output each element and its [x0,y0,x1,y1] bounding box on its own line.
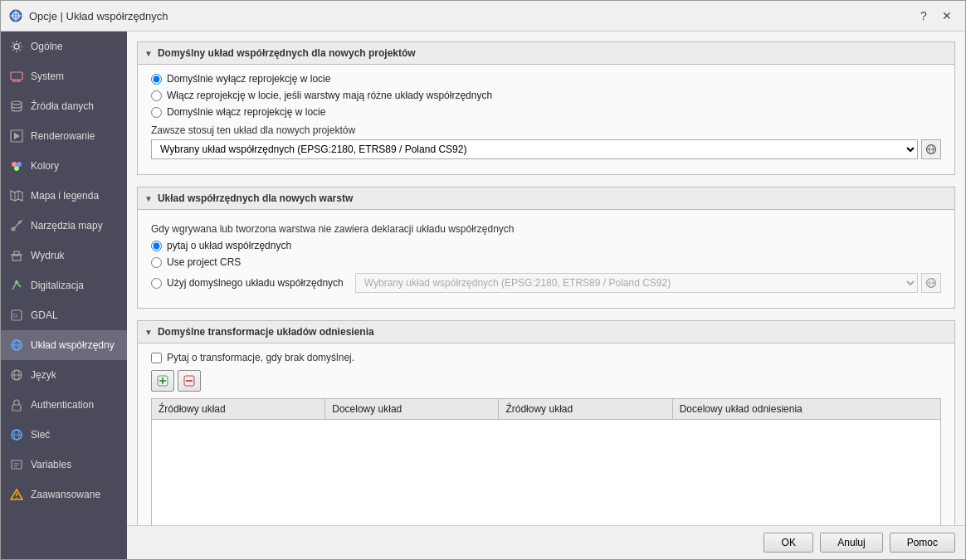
radio-enable-if-different[interactable]: Włącz reprojekcję w locie, jeśli warstwy… [151,90,941,101]
svg-marker-15 [11,191,22,201]
radio-enable-if-different-label: Włącz reprojekcję w locie, jeśli warstwy… [167,90,492,101]
radio-ask-crs[interactable]: pytaj o układ współrzędnych [151,240,941,251]
svg-point-40 [16,497,17,499]
app-icon [9,9,22,22]
section1-crs-select[interactable]: Wybrany układ współrzędnych (EPSG:2180, … [151,139,918,159]
th-target-reference: Docelowy układ odniesienia [672,399,940,420]
help-button[interactable]: Pomoc [890,533,955,553]
sidebar-item-jezyk[interactable]: Język [1,360,127,390]
sidebar-item-mapa[interactable]: Mapa i legenda [1,181,127,211]
warning-icon [9,487,24,502]
section-new-layers-crs: ▼ Układ współrzędnych dla nowych warstw … [137,187,955,309]
print-icon [9,248,24,263]
sidebar-wydruk-label: Wydruk [31,250,65,261]
title-controls: ? ✕ [914,6,957,26]
th-target-crs: Docelowy układ [325,399,499,420]
sidebar-jezyk-label: Język [31,369,56,381]
section3-body: Pytaj o transformacje, gdy brak domyślne… [138,343,954,525]
radio-disable-reprojection-label: Domyślnie wyłącz reprojekcję w locie [167,73,330,85]
sidebar-item-siec[interactable]: Sieć [1,420,127,450]
render-icon [9,129,24,144]
section2-body: Gdy wgrywana lub tworzona warstwa nie za… [138,210,954,308]
digitize-icon [9,278,24,293]
section2-arrow: ▼ [144,194,153,203]
system-icon [9,69,24,84]
th-source-crs: Źródłowy układ [152,399,325,420]
section1-title: Domyślny układ współrzędnych dla nowych … [158,47,416,59]
radio-always-enable-input[interactable] [151,107,162,118]
close-title-button[interactable]: ✕ [937,6,957,26]
sidebar-item-zrodla[interactable]: Źródła danych [1,91,127,121]
section1-radio-group: Domyślnie wyłącz reprojekcję w locie Włą… [151,73,941,118]
sidebar-item-wydruk[interactable]: Wydruk [1,241,127,270]
footer: OK Anuluj Pomoc [127,525,965,559]
sidebar: Ogólne System Źródła danych Renderowanie [1,32,127,559]
sidebar-item-digitalizacja[interactable]: Digitalizacja [1,270,127,300]
section1-crs-row: Wybrany układ współrzędnych (EPSG:2180, … [151,139,941,159]
section-transformations: ▼ Domyślne transformacje układów odniesi… [137,320,955,525]
gear-icon [9,39,24,54]
radio-ask-crs-input[interactable] [151,241,162,251]
radio-always-enable-label: Domyślnie włącz reprojekcję w locie [167,106,325,118]
transform-table-header-row: Źródłowy układ Docelowy układ Źródłowy u… [152,399,941,420]
ok-button[interactable]: OK [764,533,813,553]
sidebar-ogolne-label: Ogólne [31,41,63,52]
sidebar-item-system[interactable]: System [1,61,127,91]
tools-icon [9,218,24,233]
radio-disable-reprojection-input[interactable] [151,74,162,85]
section3-arrow: ▼ [144,328,153,337]
remove-transform-button[interactable] [178,370,201,392]
radio-use-project-crs-input[interactable] [151,257,162,268]
section2-header[interactable]: ▼ Układ współrzędnych dla nowych warstw [138,187,954,210]
section1-arrow: ▼ [144,49,153,58]
section2-inline-crs-row: Wybrany układ współrzędnych (EPSG:2180, … [355,273,941,293]
radio-use-default-crs-label-container[interactable]: Użyj domyślnego układu współrzędnych [151,277,344,289]
sidebar-item-variables[interactable]: Variables [1,450,127,480]
section1-globe-button[interactable] [921,139,941,159]
svg-text:G: G [13,313,17,319]
sidebar-item-zaawansowane[interactable]: Zaawansowane [1,480,127,509]
transform-buttons [151,370,941,392]
sidebar-item-gdal[interactable]: G GDAL [1,300,127,330]
radio-enable-if-different-input[interactable] [151,90,162,101]
main-content: Ogólne System Źródła danych Renderowanie [1,32,965,559]
checkbox-ask-transform[interactable]: Pytaj o transformacje, gdy brak domyślne… [151,352,941,363]
section1-header[interactable]: ▼ Domyślny układ współrzędnych dla nowyc… [138,42,954,65]
svg-point-14 [14,166,19,171]
sidebar-item-kolory[interactable]: Kolory [1,151,127,181]
sidebar-uklad-label: Układ współrzędny [31,339,115,351]
section2-crs-select[interactable]: Wybrany układ współrzędnych (EPSG:2180, … [355,273,918,293]
section3-header[interactable]: ▼ Domyślne transformacje układów odniesi… [138,321,954,343]
radio-always-enable[interactable]: Domyślnie włącz reprojekcję w locie [151,106,941,118]
section2-globe-button[interactable] [921,273,941,293]
section1-body: Domyślnie wyłącz reprojekcję w locie Włą… [138,65,954,174]
svg-point-9 [12,101,22,105]
section1-field-label: Zawsze stosuj ten układ dla nowych proje… [151,124,941,136]
help-title-button[interactable]: ? [914,6,934,26]
add-transform-button[interactable] [151,370,174,392]
variables-icon [9,457,24,472]
section2-description: Gdy wgrywana lub tworzona warstwa nie za… [151,223,941,235]
sidebar-gdal-label: GDAL [31,309,58,321]
main-window: Opcje | Układ współrzędnych ? ✕ Ogólne S… [0,0,966,560]
sidebar-item-uklad[interactable]: Układ współrzędny [1,330,127,360]
radio-disable-reprojection[interactable]: Domyślnie wyłącz reprojekcję w locie [151,73,941,85]
radio-use-project-crs-label: Use project CRS [167,256,241,268]
sidebar-system-label: System [31,71,64,82]
svg-point-12 [12,162,17,167]
sidebar-item-authentication[interactable]: Authentication [1,390,127,420]
radio-use-project-crs[interactable]: Use project CRS [151,256,941,268]
title-bar: Opcje | Układ współrzędnych ? ✕ [1,1,965,32]
svg-marker-11 [14,133,20,139]
language-icon [9,368,24,382]
checkbox-ask-transform-label: Pytaj o transformacje, gdy brak domyślne… [167,352,354,363]
sidebar-item-ogolne[interactable]: Ogólne [1,32,127,61]
sidebar-renderowanie-label: Renderowanie [31,130,95,142]
colors-icon [9,158,24,173]
sidebar-item-renderowanie[interactable]: Renderowanie [1,121,127,151]
sidebar-item-narzedzia[interactable]: Narzędzia mapy [1,211,127,241]
cancel-button[interactable]: Anuluj [820,533,882,553]
radio-use-default-crs-input[interactable] [151,278,162,289]
checkbox-ask-transform-input[interactable] [151,353,162,363]
radio-ask-crs-label: pytaj o układ współrzędnych [167,240,291,251]
